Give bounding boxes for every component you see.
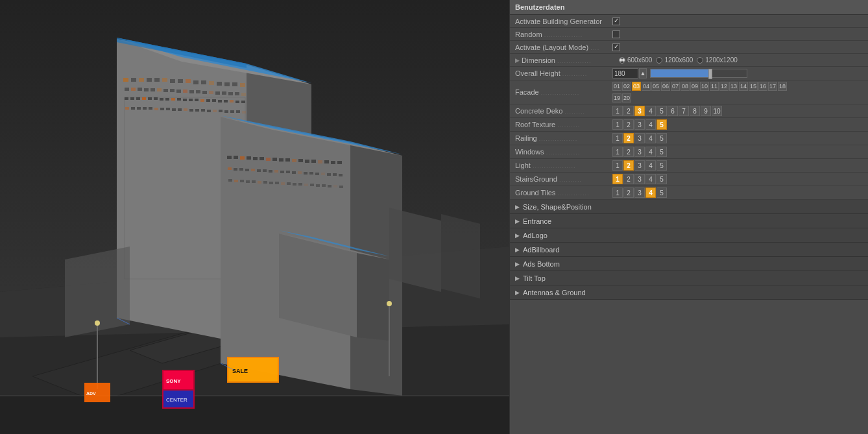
svg-rect-18 (201, 80, 206, 84)
railing-btn-5[interactable]: 5 (657, 133, 667, 143)
concrete-btn-2[interactable]: 2 (623, 106, 634, 116)
label-entrance: Entrance (523, 217, 551, 225)
height-slider-handle[interactable] (708, 69, 712, 79)
light-btn-4[interactable]: 4 (645, 160, 656, 171)
svg-rect-71 (160, 108, 164, 110)
checkbox-activate-layout-mode[interactable] (612, 43, 620, 51)
ground-tiles-btn-4[interactable]: 4 (645, 187, 656, 198)
concrete-btn-9[interactable]: 9 (701, 106, 711, 116)
svg-rect-96 (253, 157, 258, 160)
facade-btn-08[interactable]: 08 (681, 82, 690, 91)
concrete-btn-8[interactable]: 8 (690, 106, 700, 116)
facade-btn-04[interactable]: 04 (642, 82, 651, 91)
roof-btn-4[interactable]: 4 (645, 119, 656, 130)
concrete-btn-4[interactable]: 4 (645, 106, 656, 116)
facade-btn-20[interactable]: 20 (622, 93, 631, 102)
svg-rect-117 (269, 170, 272, 173)
section-ads-bottom[interactable]: ▶ Ads Bottom (510, 257, 868, 271)
section-antennas-ground[interactable]: ▶ Antennas & Ground (510, 285, 868, 300)
railing-btn-4[interactable]: 4 (645, 133, 656, 143)
facade-btn-11[interactable]: 11 (710, 82, 719, 91)
svg-rect-23 (240, 83, 245, 87)
checkbox-random[interactable] (612, 30, 620, 38)
row-facade: Facade ................. 01 02 03 04 05 … (510, 80, 868, 104)
svg-rect-79 (207, 110, 211, 112)
svg-rect-47 (142, 97, 146, 100)
windows-btn-3[interactable]: 3 (634, 147, 645, 157)
light-btn-1[interactable]: 1 (612, 160, 623, 171)
stairs-btn-2[interactable]: 2 (623, 174, 634, 184)
facade-btn-06[interactable]: 06 (661, 82, 670, 91)
windows-btn-1[interactable]: 1 (612, 147, 623, 157)
ground-tiles-btn-2[interactable]: 2 (623, 187, 634, 198)
ground-tiles-btn-3[interactable]: 3 (634, 187, 645, 198)
svg-marker-159 (441, 214, 480, 298)
concrete-btn-7[interactable]: 7 (679, 106, 689, 116)
facade-btn-05[interactable]: 05 (651, 82, 660, 91)
svg-rect-24 (125, 88, 129, 91)
facade-btn-02[interactable]: 02 (622, 82, 631, 91)
facade-btn-16[interactable]: 16 (758, 82, 767, 91)
svg-rect-66 (131, 107, 135, 110)
svg-rect-113 (245, 169, 249, 171)
roof-btn-5[interactable]: 5 (657, 119, 667, 130)
section-adlogo[interactable]: ▶ AdLogo (510, 228, 868, 243)
facade-btn-10[interactable]: 10 (700, 82, 709, 91)
svg-rect-134 (252, 180, 256, 183)
concrete-btn-3[interactable]: 3 (634, 106, 645, 116)
ground-tiles-btn-5[interactable]: 5 (657, 187, 667, 198)
windows-btn-5[interactable]: 5 (657, 147, 667, 157)
facade-btn-14[interactable]: 14 (739, 82, 748, 91)
concrete-btn-1[interactable]: 1 (612, 106, 623, 116)
railing-btn-1[interactable]: 1 (612, 133, 623, 143)
checkbox-activate-building-generator[interactable] (612, 18, 620, 25)
facade-btn-07[interactable]: 07 (671, 82, 680, 91)
concrete-btn-5[interactable]: 5 (657, 106, 667, 116)
facade-btn-03[interactable]: 03 (632, 82, 641, 91)
railing-btn-2[interactable]: 2 (623, 133, 634, 143)
facade-btn-12[interactable]: 12 (719, 82, 729, 91)
roof-btn-2[interactable]: 2 (623, 119, 634, 130)
height-slider[interactable] (650, 69, 747, 78)
facade-btn-13[interactable]: 13 (729, 82, 738, 91)
radio-600x600[interactable]: 600x600 (619, 56, 652, 64)
svg-rect-31 (170, 89, 175, 92)
radio-1200x600[interactable]: 1200x600 (656, 56, 693, 64)
label-concrete-deko: Concrete Deko ......... (515, 107, 612, 115)
svg-rect-41 (235, 92, 239, 95)
section-adbillboard[interactable]: ▶ AdBillboard (510, 243, 868, 257)
concrete-btn-10[interactable]: 10 (712, 106, 722, 116)
concrete-btn-6[interactable]: 6 (668, 106, 678, 116)
section-tilt-top[interactable]: ▶ Tilt Top (510, 271, 868, 285)
svg-rect-8 (123, 78, 128, 82)
radio-1200x1200[interactable]: 1200x1200 (697, 56, 738, 64)
stairs-btn-4[interactable]: 4 (645, 174, 656, 184)
stairs-btn-3[interactable]: 3 (634, 174, 645, 184)
spin-up[interactable]: ▲ (639, 68, 647, 78)
facade-btn-09[interactable]: 09 (690, 82, 699, 91)
section-size-shape[interactable]: ▶ Size, Shape&Position (510, 200, 868, 214)
light-btn-2[interactable]: 2 (623, 160, 634, 171)
roof-btn-3[interactable]: 3 (634, 119, 645, 130)
light-btn-3[interactable]: 3 (634, 160, 645, 171)
facade-btn-19[interactable]: 19 (612, 93, 621, 102)
facade-btn-01[interactable]: 01 (612, 82, 621, 91)
section-entrance[interactable]: ▶ Entrance (510, 214, 868, 228)
stairs-btn-1[interactable]: 1 (612, 174, 623, 184)
facade-btn-17[interactable]: 17 (768, 82, 777, 91)
svg-rect-68 (143, 107, 147, 110)
svg-rect-36 (202, 91, 207, 94)
ground-tiles-btn-1[interactable]: 1 (612, 187, 623, 198)
windows-btn-2[interactable]: 2 (623, 147, 634, 157)
facade-btn-18[interactable]: 18 (778, 82, 787, 91)
railing-btn-3[interactable]: 3 (634, 133, 645, 143)
roof-btn-1[interactable]: 1 (612, 119, 623, 130)
stairs-btn-5[interactable]: 5 (657, 174, 667, 184)
svg-rect-120 (286, 171, 290, 173)
label-facade: Facade ................. (515, 88, 612, 96)
facade-btn-15[interactable]: 15 (749, 82, 758, 91)
input-overall-height[interactable] (612, 68, 638, 78)
windows-btn-4[interactable]: 4 (645, 147, 656, 157)
light-btn-5[interactable]: 5 (657, 160, 667, 171)
svg-rect-44 (125, 97, 128, 100)
